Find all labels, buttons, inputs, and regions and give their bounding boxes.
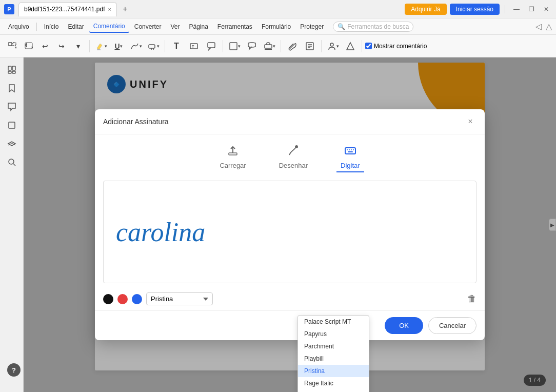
font-selector-container: Pristina Palace Script MT Papyrus Parchm… (146, 292, 213, 305)
tab-digitar-label: Digitar (341, 162, 360, 169)
left-sidebar (0, 57, 24, 392)
menu-editar[interactable]: Editar (64, 21, 88, 32)
text-tool[interactable]: T (168, 38, 185, 54)
help-button[interactable]: ? (7, 363, 21, 377)
menu-inicio[interactable]: Início (40, 21, 63, 32)
titlebar-actions: Adquirir Já Iniciar sessão — ❐ ✕ (405, 4, 552, 15)
font-option-pristina[interactable]: Pristina (298, 365, 369, 377)
menu-ver[interactable]: Ver (166, 21, 184, 32)
menu-pagina[interactable]: Página (185, 21, 212, 32)
svg-rect-0 (9, 43, 12, 46)
acquire-button[interactable]: Adquirir Já (405, 4, 446, 15)
redo-btn[interactable]: ↪ (53, 38, 70, 54)
modal-overlay: Adicionar Assinatura × Carregar (24, 57, 556, 392)
menu-formulario[interactable]: Formulário (257, 21, 295, 32)
note-tool[interactable] (302, 38, 318, 54)
tab-desenhar[interactable]: Desenhar (275, 143, 312, 172)
svg-marker-20 (347, 43, 354, 50)
minimize-button[interactable]: — (510, 5, 523, 14)
select-tool[interactable]: ▾ (4, 38, 21, 54)
svg-rect-23 (8, 71, 11, 73)
speech-tool[interactable] (244, 38, 260, 54)
new-tab-button[interactable]: + (119, 3, 131, 15)
upload-icon (227, 145, 239, 160)
font-option-parchment[interactable]: Parchment (298, 340, 369, 352)
draw-tool[interactable]: ▾ (128, 38, 144, 54)
sidebar-pages-icon[interactable] (4, 62, 20, 78)
dropdown-btn[interactable]: ▾ (70, 38, 86, 54)
search-icon: 🔍 (337, 23, 345, 30)
font-option-papyrus[interactable]: Papyrus (298, 328, 369, 340)
font-option-palace[interactable]: Palace Script MT (298, 316, 369, 328)
user-tool[interactable]: ▾ (325, 38, 341, 54)
font-option-playbill[interactable]: Playbill (298, 352, 369, 365)
svg-point-29 (295, 146, 297, 148)
svg-rect-13 (265, 45, 272, 48)
close-button[interactable]: ✕ (541, 5, 552, 14)
svg-point-19 (330, 43, 333, 46)
tab-close-button[interactable]: × (108, 6, 111, 12)
search-placeholder: Ferramentas de busca (347, 23, 409, 30)
font-dropdown[interactable]: Palace Script MT Papyrus Parchment Playb… (297, 315, 369, 392)
sidebar-attachment-icon[interactable] (4, 117, 20, 133)
font-option-rage[interactable]: Rage Italic (298, 377, 369, 389)
highlight-tool[interactable]: ▾ (93, 38, 109, 54)
menubar: Arquivo Início Editar Comentário Convert… (0, 18, 556, 35)
sidebar-search-icon[interactable] (4, 154, 20, 170)
arrow-left-icon[interactable]: ◁ (535, 22, 542, 31)
tab-label: b9ddf151-223...75474441.pdf (24, 6, 105, 13)
signin-button[interactable]: Iniciar sessão (450, 4, 500, 15)
show-comment-toggle[interactable]: Mostrar comentário (365, 43, 427, 50)
restore-button[interactable]: ❐ (526, 5, 538, 14)
callout-tool[interactable] (203, 38, 220, 54)
tab-carregar[interactable]: Carregar (215, 143, 250, 172)
modal-controls: Pristina Palace Script MT Papyrus Parchm… (95, 287, 485, 310)
color-blue[interactable] (132, 294, 142, 304)
attachment-tool[interactable] (284, 38, 301, 54)
menu-arquivo[interactable]: Arquivo (4, 21, 33, 32)
menu-proteger[interactable]: Proteger (296, 21, 328, 32)
font-option-ravie[interactable]: Ravie (298, 389, 369, 392)
svg-rect-14 (265, 49, 272, 50)
trash-button[interactable]: 🗑 (467, 293, 476, 304)
tab-carregar-label: Carregar (220, 162, 246, 169)
active-tab[interactable]: b9ddf151-223...75474441.pdf × (18, 2, 117, 16)
menu-converter[interactable]: Converter (130, 21, 166, 32)
svg-rect-12 (230, 43, 237, 50)
menu-comentario[interactable]: Comentário (89, 21, 129, 33)
sidebar-layers-icon[interactable] (4, 135, 20, 152)
svg-rect-30 (345, 148, 355, 154)
font-select[interactable]: Pristina (146, 292, 213, 305)
shape-tool[interactable]: ▾ (226, 38, 243, 54)
toolbar: ▾ ▾ ↩ ↪ ▾ ▾ U▾ ▾ ▾ T T ▾ ▾ (0, 35, 556, 57)
sidebar-comment-icon[interactable] (4, 99, 20, 115)
content-area: 🔷 UNIFY PowerSuite™ One tool to analyze … (24, 57, 556, 392)
ok-button[interactable]: OK (385, 317, 423, 334)
svg-text:▾: ▾ (31, 45, 33, 50)
arrow-up-icon[interactable]: △ (546, 22, 552, 31)
hand-tool[interactable]: ▾ (21, 38, 37, 54)
menu-ferramentas[interactable]: Ferramentas (213, 21, 256, 32)
modal-close-button[interactable]: × (464, 115, 476, 128)
draw-icon (287, 145, 300, 160)
svg-rect-24 (12, 71, 15, 73)
color-red[interactable] (117, 294, 128, 304)
sidebar-bookmark-icon[interactable] (4, 80, 20, 96)
svg-text:T: T (192, 45, 194, 48)
erase-tool[interactable]: ▾ (145, 38, 162, 54)
annotation-tools: ▾ ▾ ↩ ↪ ▾ (4, 38, 86, 54)
color-black[interactable] (103, 294, 113, 304)
measure-tool[interactable] (342, 38, 359, 54)
search-tools[interactable]: 🔍 Ferramentas de busca (333, 22, 413, 32)
underline-tool[interactable]: U▾ (110, 38, 127, 54)
svg-line-27 (13, 164, 15, 166)
undo-btn[interactable]: ↩ (37, 38, 53, 54)
cancel-button[interactable]: Cancelar (428, 317, 476, 334)
textbox-tool[interactable]: T (186, 38, 202, 54)
tab-digitar[interactable]: Digitar (336, 143, 364, 172)
stamp-tool[interactable]: ▾ (261, 38, 277, 54)
modal-footer: OK Cancelar (95, 310, 485, 340)
keyboard-icon (344, 145, 356, 160)
show-comment-checkbox[interactable] (365, 43, 372, 49)
modal-title: Adicionar Assinatura (103, 117, 169, 126)
